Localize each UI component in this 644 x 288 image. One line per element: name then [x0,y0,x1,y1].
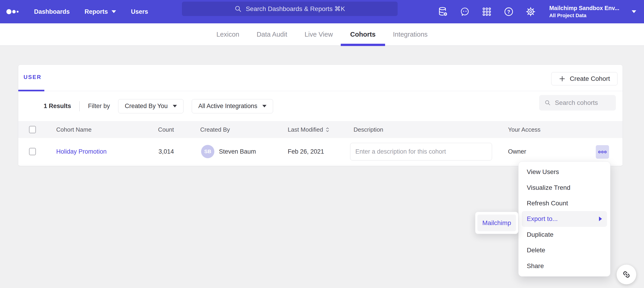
chevron-down-icon [173,105,177,107]
results-count: 1 Results [44,103,71,110]
tab-lexicon-label: Lexicon [216,31,239,38]
top-nav: Dashboards Reports Users Search Dashboar… [0,0,644,23]
menu-item-visualize-trend[interactable]: Visualize Trend [518,180,610,195]
menu-item-refresh-count[interactable]: Refresh Count [518,196,610,211]
menu-item-share[interactable]: Share [518,258,610,274]
help-icon[interactable]: ? [504,7,514,17]
global-search-bar[interactable]: Search Dashboards & Reports ⌘K [182,2,398,16]
header-description: Description [354,126,383,133]
avatar: SB [201,145,214,158]
menu-item-label: Export to... [527,215,558,223]
chevron-down-icon [632,10,636,13]
nav-dashboards[interactable]: Dashboards [34,8,70,15]
menu-item-label: Share [527,262,544,270]
header-cohort-name: Cohort Name [56,126,92,133]
filter-integrations-dropdown[interactable]: All Active Integrations [192,99,273,113]
settings-gear-icon[interactable] [526,7,536,17]
table-header: Cohort Name Count Created By Last Modifi… [18,121,622,138]
nav-reports-label: Reports [84,8,108,15]
header-your-access: Your Access [508,126,540,133]
tab-integrations[interactable]: Integrations [393,23,428,46]
cohorts-card: USER Create Cohort 1 Results Filter by C… [18,65,623,166]
tab-data-audit[interactable]: Data Audit [257,23,287,46]
create-cohort-button[interactable]: Create Cohort [551,72,618,85]
menu-item-delete[interactable]: Delete [518,242,610,258]
sort-icon [326,127,330,132]
export-submenu: Mailchimp [475,212,518,234]
screen: Dashboards Reports Users Search Dashboar… [0,0,644,288]
tab-live-view-label: Live View [305,31,333,38]
description-input[interactable] [350,143,492,161]
cohort-name-link[interactable]: Holiday Promotion [56,148,107,155]
header-count: Count [128,126,174,133]
mixpanel-logo-icon[interactable] [6,8,19,16]
tab-user[interactable]: USER [24,74,42,80]
project-name: Mailchimp Sandbox Env... [549,5,619,12]
search-icon [234,5,242,13]
menu-item-view-users[interactable]: View Users [518,164,610,180]
menu-item-export-to[interactable]: Export to... [522,211,607,227]
header-last-modified[interactable]: Last Modified [288,126,330,133]
created-by-name: Steven Baum [219,148,256,155]
project-switcher[interactable]: Mailchimp Sandbox Env... All Project Dat… [549,5,619,19]
nav-users-label: Users [131,8,148,15]
nav-reports[interactable]: Reports [84,8,116,15]
copy-link-button[interactable] [616,265,636,284]
menu-item-label: Duplicate [527,231,554,238]
tab-live-view[interactable]: Live View [305,23,333,46]
link-icon [622,270,631,279]
nav-users[interactable]: Users [131,8,148,15]
plus-icon [559,75,566,82]
row-checkbox[interactable] [29,148,36,155]
header-created-by: Created By [200,126,230,133]
feedback-icon[interactable] [460,7,470,17]
filter-created-by-value: Created By You [125,103,168,110]
row-context-menu: View Users Visualize Trend Refresh Count… [518,161,610,276]
cohort-count: 3,014 [128,148,174,155]
chevron-down-icon [112,10,116,13]
created-by-cell: SB Steven Baum [201,145,256,158]
row-more-button[interactable] [596,145,609,159]
last-modified-value: Feb 26, 2021 [288,148,324,155]
filter-row: 1 Results Filter by Created By You All A… [18,91,622,121]
tab-data-audit-label: Data Audit [257,31,287,38]
tab-integrations-label: Integrations [393,31,428,38]
search-icon [544,99,551,106]
card-header: USER Create Cohort [18,65,622,91]
global-search-placeholder: Search Dashboards & Reports ⌘K [246,5,345,13]
create-cohort-label: Create Cohort [570,75,610,82]
submenu-item-mailchimp[interactable]: Mailchimp [478,215,516,231]
menu-item-label: Delete [527,247,545,254]
menu-item-duplicate[interactable]: Duplicate [518,227,610,242]
more-dots-icon [598,150,607,154]
divider [79,101,80,111]
tab-lexicon[interactable]: Lexicon [216,23,239,46]
chevron-down-icon [262,105,266,107]
menu-item-label: Visualize Trend [527,184,570,191]
data-management-icon[interactable] [438,7,448,17]
submenu-arrow-icon [599,217,602,221]
filter-created-by-dropdown[interactable]: Created By You [118,99,184,113]
filter-integrations-value: All Active Integrations [198,103,257,110]
help-glyph: ? [507,9,510,15]
select-all-checkbox[interactable] [29,126,36,133]
secondary-nav: Lexicon Data Audit Live View Cohorts Int… [0,23,644,46]
cohort-search-input[interactable] [555,99,610,106]
access-value: Owner [508,148,526,155]
menu-item-label: Refresh Count [527,200,568,207]
project-scope: All Project Data [549,13,619,19]
menu-item-label: View Users [527,168,559,176]
apps-grid-icon[interactable] [482,7,492,17]
nav-dashboards-label: Dashboards [34,8,70,15]
tab-cohorts[interactable]: Cohorts [350,23,376,46]
cohort-search[interactable] [539,95,616,111]
tab-cohorts-label: Cohorts [350,31,376,38]
filter-by-label: Filter by [88,103,110,110]
header-last-modified-label: Last Modified [288,126,323,133]
